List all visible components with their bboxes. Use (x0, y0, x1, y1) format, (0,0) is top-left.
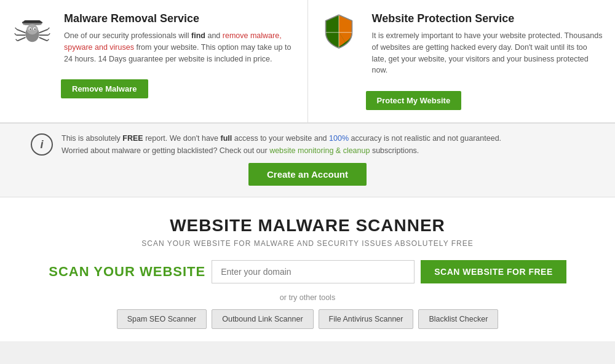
spam-seo-scanner-button[interactable]: Spam SEO Scanner (117, 309, 207, 329)
protect-website-button[interactable]: Protect My Website (366, 91, 462, 110)
svg-line-18 (48, 28, 50, 30)
svg-line-14 (39, 38, 47, 41)
scan-row: SCAN YOUR WEBSITE SCAN WEBSITE FOR FREE (12, 260, 603, 283)
svg-line-12 (39, 30, 48, 33)
outbound-link-scanner-button[interactable]: Outbound Link Scanner (212, 309, 313, 329)
scan-label: SCAN YOUR WEBSITE (49, 264, 205, 280)
svg-line-16 (15, 33, 17, 35)
malware-card-description: One of our security professionals will f… (64, 30, 295, 65)
file-antivirus-scanner-button[interactable]: File Antivirus Scanner (319, 309, 414, 329)
svg-line-17 (16, 39, 18, 41)
scanner-subtitle: SCAN YOUR WEBSITE FOR MALWARE AND SECURI… (12, 239, 603, 248)
malware-icon (12, 12, 55, 54)
shield-icon (320, 12, 363, 51)
protection-card: Website Protection Service It is extreme… (308, 0, 616, 122)
scanner-section: WEBSITE MALWARE SCANNER SCAN YOUR WEBSIT… (0, 197, 615, 341)
svg-point-4 (26, 25, 38, 35)
svg-point-7 (30, 28, 31, 30)
monitoring-link[interactable]: website monitoring & cleanup (269, 146, 370, 155)
info-icon: i (31, 133, 53, 156)
info-banner: i This is absolutely FREE report. We don… (0, 123, 615, 197)
svg-line-11 (17, 38, 25, 41)
scan-button[interactable]: SCAN WEBSITE FOR FREE (421, 260, 566, 283)
svg-line-15 (15, 28, 17, 30)
malware-card-content: Malware Removal Service One of our secur… (64, 12, 295, 65)
scanner-title: WEBSITE MALWARE SCANNER (12, 216, 603, 235)
protection-card-content: Website Protection Service It is extreme… (372, 12, 603, 76)
svg-point-8 (34, 28, 36, 30)
svg-line-20 (47, 39, 49, 41)
malware-card-title: Malware Removal Service (64, 12, 295, 25)
blacklist-checker-button[interactable]: Blacklist Checker (418, 309, 498, 329)
protection-card-title: Website Protection Service (372, 12, 603, 25)
create-account-button[interactable]: Create an Account (248, 163, 367, 186)
malware-removal-card: Malware Removal Service One of our secur… (0, 0, 308, 122)
svg-line-19 (49, 33, 50, 35)
svg-line-9 (17, 30, 25, 33)
domain-input[interactable] (212, 260, 415, 283)
remove-malware-button[interactable]: Remove Malware (61, 79, 148, 98)
protection-card-description: It is extremely important to have your w… (372, 30, 603, 76)
tools-row: Spam SEO Scanner Outbound Link Scanner F… (12, 309, 603, 329)
or-try-label: or try other tools (12, 293, 603, 302)
info-text: This is absolutely FREE report. We don't… (62, 132, 501, 157)
